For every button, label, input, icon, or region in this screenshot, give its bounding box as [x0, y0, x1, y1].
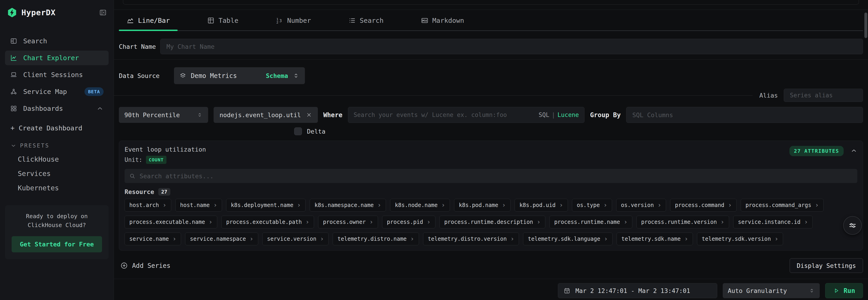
sidebar-item-chart-explorer[interactable]: Chart Explorer — [5, 51, 108, 65]
tab-table[interactable]: Table — [199, 11, 246, 30]
date-range-picker[interactable]: Mar 2 12:47:01 - Mar 2 13:47:01 — [558, 283, 717, 298]
where-search-box: SQL|Lucene — [348, 107, 585, 123]
query-language-toggle[interactable]: SQL|Lucene — [539, 111, 579, 118]
unit-label: Unit: — [125, 156, 142, 163]
data-source-select[interactable]: Demo Metrics Schema — [174, 67, 305, 84]
sidebar-item-service-map[interactable]: Service MapBETA — [5, 84, 108, 99]
lucene-toggle[interactable]: Lucene — [557, 111, 579, 118]
attribute-chip[interactable]: telemetry.sdk.version› — [697, 233, 783, 245]
circle-plus-icon — [120, 262, 128, 269]
attribute-chip[interactable]: os.version› — [616, 199, 666, 212]
search-icon — [129, 173, 135, 179]
attribute-chip[interactable]: process.command_args› — [741, 199, 824, 212]
clickhouse-cloud-promo: Ready to deploy on ClickHouse Cloud? Get… — [5, 205, 108, 259]
unit-badge: COUNT — [146, 156, 166, 164]
collapse-sidebar-icon[interactable] — [99, 9, 107, 17]
chevron-right-icon: › — [502, 202, 506, 208]
attribute-chip[interactable]: host.arch› — [125, 199, 171, 212]
attribute-chip-label: telemetry.sdk.name — [621, 236, 681, 242]
attribute-chip[interactable]: k8s.pod.name› — [454, 199, 510, 212]
attribute-chip[interactable]: telemetry.sdk.language› — [523, 233, 613, 245]
metric-panel-header: Event loop utilization Unit: COUNT 27 AT… — [125, 146, 857, 164]
alias-input[interactable] — [784, 89, 863, 102]
attribute-chip[interactable]: process.runtime.description› — [439, 216, 545, 228]
granularity-value: Auto Granularity — [728, 287, 787, 294]
chevron-right-icon: › — [657, 202, 661, 208]
attribute-chip[interactable]: host.name› — [175, 199, 222, 212]
attribute-chip[interactable]: telemetry.distro.name› — [333, 233, 419, 245]
attribute-chip-label: service.namespace — [190, 236, 246, 242]
preset-item-clickhouse[interactable]: ClickHouse — [5, 155, 108, 163]
delta-checkbox[interactable] — [294, 128, 302, 135]
attribute-chip[interactable]: os.type› — [572, 199, 612, 212]
attribute-chip[interactable]: service.version› — [262, 233, 329, 245]
chart-name-row: Chart Name — [119, 39, 863, 54]
promo-text: Ready to deploy on ClickHouse Cloud? — [9, 212, 105, 230]
attribute-chip[interactable]: process.executable.name› — [125, 216, 217, 228]
attribute-chip[interactable]: process.pid› — [382, 216, 435, 228]
attribute-chip[interactable]: service.namespace› — [185, 233, 258, 245]
granularity-select[interactable]: Auto Granularity — [723, 283, 820, 298]
close-icon[interactable] — [306, 112, 312, 118]
tab-search[interactable]: Search — [341, 11, 392, 30]
attribute-chip[interactable]: k8s.node.name› — [390, 199, 450, 212]
run-button[interactable]: Run — [825, 283, 863, 298]
chevron-right-icon: › — [377, 202, 381, 208]
attribute-chip-label: host.name — [180, 202, 210, 208]
presets-list: ClickHouseServicesKubernetes — [5, 149, 108, 192]
preset-item-kubernetes[interactable]: Kubernetes — [5, 184, 108, 192]
scrollbar-thumb[interactable] — [864, 12, 867, 38]
alias-row: Alias — [119, 89, 863, 102]
attribute-chip[interactable]: service.instance.id› — [733, 216, 813, 228]
attribute-chip[interactable]: process.runtime.version› — [637, 216, 729, 228]
logo-row: HyperDX — [5, 6, 108, 19]
attribute-chip[interactable]: telemetry.distro.version› — [423, 233, 519, 245]
chevron-up-icon[interactable] — [850, 147, 857, 154]
date-range-value: Mar 2 12:47:01 - Mar 2 13:47:01 — [576, 287, 690, 294]
attribute-chip-label: k8s.namespace.name — [314, 202, 374, 208]
play-icon — [833, 288, 840, 294]
metric-chip[interactable]: nodejs.event_loop.util — [214, 107, 318, 123]
attribute-search-input[interactable] — [140, 172, 853, 180]
app-root: HyperDX SearchChart ExplorerClient Sessi… — [0, 0, 868, 300]
aggregation-select[interactable]: 90th Percentile — [119, 107, 208, 123]
where-input[interactable] — [353, 111, 535, 118]
tab-number[interactable]: 123Number — [268, 11, 319, 30]
tab-markdown[interactable]: Markdown — [413, 11, 472, 30]
presets-header[interactable]: PRESETS — [5, 142, 108, 149]
add-series-button[interactable]: Add Series — [119, 262, 170, 269]
sidebar-item-search[interactable]: Search — [5, 34, 108, 48]
series-actions-row: Add Series Display Settings — [119, 258, 863, 273]
chevron-right-icon: › — [410, 236, 414, 242]
attribute-chip[interactable]: process.runtime.name› — [550, 216, 632, 228]
chevron-right-icon: › — [427, 219, 431, 225]
group-by-input[interactable] — [626, 107, 863, 123]
filter-panel-fab[interactable] — [843, 216, 862, 235]
sql-toggle[interactable]: SQL — [539, 111, 550, 118]
attribute-chip[interactable]: process.owner› — [318, 216, 378, 228]
sidebar-item-label: Service Map — [23, 88, 67, 96]
attribute-chip[interactable]: k8s.pod.uid› — [515, 199, 568, 212]
schema-link[interactable]: Schema — [266, 72, 288, 79]
attribute-chip-label: process.runtime.name — [554, 219, 620, 225]
chart-name-input[interactable] — [160, 39, 863, 54]
preset-item-services[interactable]: Services — [5, 170, 108, 178]
attribute-chip[interactable]: telemetry.sdk.name› — [617, 233, 693, 245]
attribute-chip[interactable]: k8s.deployment.name› — [226, 199, 306, 212]
attribute-chip[interactable]: service.name› — [125, 233, 181, 245]
get-started-button[interactable]: Get Started for Free — [11, 236, 102, 252]
attribute-chip[interactable]: k8s.namespace.name› — [310, 199, 386, 212]
attribute-chip-label: process.command_args — [745, 202, 811, 208]
tab-label: Number — [287, 17, 311, 24]
plus-icon: + — [10, 124, 14, 132]
chevron-right-icon: › — [603, 202, 607, 208]
sidebar-item-dashboards[interactable]: Dashboards — [5, 101, 108, 116]
search-icon — [10, 37, 17, 45]
tab-label: Search — [360, 17, 384, 24]
create-dashboard-button[interactable]: + Create Dashboard — [5, 124, 108, 132]
attribute-chip[interactable]: process.executable.path› — [221, 216, 314, 228]
sidebar-item-client-sessions[interactable]: Client Sessions — [5, 67, 108, 82]
display-settings-button[interactable]: Display Settings — [790, 258, 863, 273]
attribute-chip[interactable]: process.command› — [670, 199, 737, 212]
tab-line-bar[interactable]: Line/Bar — [119, 11, 178, 30]
